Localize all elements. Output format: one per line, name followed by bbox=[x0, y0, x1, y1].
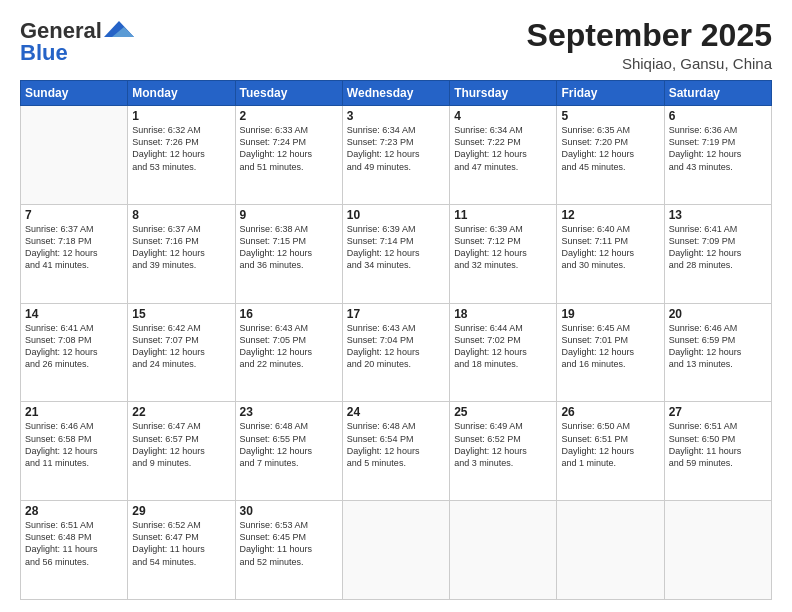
cell-info: Sunrise: 6:51 AM Sunset: 6:50 PM Dayligh… bbox=[669, 420, 767, 469]
day-number: 10 bbox=[347, 208, 445, 222]
cell-info: Sunrise: 6:34 AM Sunset: 7:23 PM Dayligh… bbox=[347, 124, 445, 173]
day-number: 24 bbox=[347, 405, 445, 419]
cell-info: Sunrise: 6:43 AM Sunset: 7:05 PM Dayligh… bbox=[240, 322, 338, 371]
table-row: 13Sunrise: 6:41 AM Sunset: 7:09 PM Dayli… bbox=[664, 204, 771, 303]
table-row: 19Sunrise: 6:45 AM Sunset: 7:01 PM Dayli… bbox=[557, 303, 664, 402]
cell-info: Sunrise: 6:42 AM Sunset: 7:07 PM Dayligh… bbox=[132, 322, 230, 371]
cell-info: Sunrise: 6:34 AM Sunset: 7:22 PM Dayligh… bbox=[454, 124, 552, 173]
day-number: 15 bbox=[132, 307, 230, 321]
cell-info: Sunrise: 6:35 AM Sunset: 7:20 PM Dayligh… bbox=[561, 124, 659, 173]
cell-info: Sunrise: 6:46 AM Sunset: 6:58 PM Dayligh… bbox=[25, 420, 123, 469]
day-number: 29 bbox=[132, 504, 230, 518]
day-number: 7 bbox=[25, 208, 123, 222]
table-row: 4Sunrise: 6:34 AM Sunset: 7:22 PM Daylig… bbox=[450, 106, 557, 205]
cell-info: Sunrise: 6:41 AM Sunset: 7:08 PM Dayligh… bbox=[25, 322, 123, 371]
logo-icon bbox=[104, 19, 134, 39]
cell-info: Sunrise: 6:32 AM Sunset: 7:26 PM Dayligh… bbox=[132, 124, 230, 173]
day-number: 30 bbox=[240, 504, 338, 518]
table-row: 21Sunrise: 6:46 AM Sunset: 6:58 PM Dayli… bbox=[21, 402, 128, 501]
cell-info: Sunrise: 6:41 AM Sunset: 7:09 PM Dayligh… bbox=[669, 223, 767, 272]
cell-info: Sunrise: 6:44 AM Sunset: 7:02 PM Dayligh… bbox=[454, 322, 552, 371]
table-row: 11Sunrise: 6:39 AM Sunset: 7:12 PM Dayli… bbox=[450, 204, 557, 303]
calendar-week-row: 21Sunrise: 6:46 AM Sunset: 6:58 PM Dayli… bbox=[21, 402, 772, 501]
table-row: 5Sunrise: 6:35 AM Sunset: 7:20 PM Daylig… bbox=[557, 106, 664, 205]
table-row: 8Sunrise: 6:37 AM Sunset: 7:16 PM Daylig… bbox=[128, 204, 235, 303]
day-number: 13 bbox=[669, 208, 767, 222]
cell-info: Sunrise: 6:38 AM Sunset: 7:15 PM Dayligh… bbox=[240, 223, 338, 272]
day-number: 5 bbox=[561, 109, 659, 123]
month-title: September 2025 bbox=[527, 18, 772, 53]
table-row: 23Sunrise: 6:48 AM Sunset: 6:55 PM Dayli… bbox=[235, 402, 342, 501]
table-row: 9Sunrise: 6:38 AM Sunset: 7:15 PM Daylig… bbox=[235, 204, 342, 303]
table-row: 28Sunrise: 6:51 AM Sunset: 6:48 PM Dayli… bbox=[21, 501, 128, 600]
day-number: 4 bbox=[454, 109, 552, 123]
table-row: 29Sunrise: 6:52 AM Sunset: 6:47 PM Dayli… bbox=[128, 501, 235, 600]
col-thursday: Thursday bbox=[450, 81, 557, 106]
table-row: 14Sunrise: 6:41 AM Sunset: 7:08 PM Dayli… bbox=[21, 303, 128, 402]
day-number: 9 bbox=[240, 208, 338, 222]
calendar-week-row: 1Sunrise: 6:32 AM Sunset: 7:26 PM Daylig… bbox=[21, 106, 772, 205]
header: General Blue September 2025 Shiqiao, Gan… bbox=[20, 18, 772, 72]
table-row: 20Sunrise: 6:46 AM Sunset: 6:59 PM Dayli… bbox=[664, 303, 771, 402]
col-saturday: Saturday bbox=[664, 81, 771, 106]
day-number: 11 bbox=[454, 208, 552, 222]
day-number: 20 bbox=[669, 307, 767, 321]
col-sunday: Sunday bbox=[21, 81, 128, 106]
day-number: 2 bbox=[240, 109, 338, 123]
cell-info: Sunrise: 6:48 AM Sunset: 6:54 PM Dayligh… bbox=[347, 420, 445, 469]
cell-info: Sunrise: 6:39 AM Sunset: 7:12 PM Dayligh… bbox=[454, 223, 552, 272]
table-row bbox=[342, 501, 449, 600]
day-number: 16 bbox=[240, 307, 338, 321]
table-row bbox=[450, 501, 557, 600]
cell-info: Sunrise: 6:37 AM Sunset: 7:18 PM Dayligh… bbox=[25, 223, 123, 272]
day-number: 18 bbox=[454, 307, 552, 321]
table-row: 12Sunrise: 6:40 AM Sunset: 7:11 PM Dayli… bbox=[557, 204, 664, 303]
cell-info: Sunrise: 6:51 AM Sunset: 6:48 PM Dayligh… bbox=[25, 519, 123, 568]
table-row: 30Sunrise: 6:53 AM Sunset: 6:45 PM Dayli… bbox=[235, 501, 342, 600]
cell-info: Sunrise: 6:43 AM Sunset: 7:04 PM Dayligh… bbox=[347, 322, 445, 371]
day-number: 21 bbox=[25, 405, 123, 419]
logo: General Blue bbox=[20, 18, 134, 66]
table-row: 26Sunrise: 6:50 AM Sunset: 6:51 PM Dayli… bbox=[557, 402, 664, 501]
table-row: 10Sunrise: 6:39 AM Sunset: 7:14 PM Dayli… bbox=[342, 204, 449, 303]
table-row: 18Sunrise: 6:44 AM Sunset: 7:02 PM Dayli… bbox=[450, 303, 557, 402]
table-row: 3Sunrise: 6:34 AM Sunset: 7:23 PM Daylig… bbox=[342, 106, 449, 205]
cell-info: Sunrise: 6:39 AM Sunset: 7:14 PM Dayligh… bbox=[347, 223, 445, 272]
day-number: 6 bbox=[669, 109, 767, 123]
table-row: 6Sunrise: 6:36 AM Sunset: 7:19 PM Daylig… bbox=[664, 106, 771, 205]
cell-info: Sunrise: 6:53 AM Sunset: 6:45 PM Dayligh… bbox=[240, 519, 338, 568]
table-row: 22Sunrise: 6:47 AM Sunset: 6:57 PM Dayli… bbox=[128, 402, 235, 501]
cell-info: Sunrise: 6:47 AM Sunset: 6:57 PM Dayligh… bbox=[132, 420, 230, 469]
col-monday: Monday bbox=[128, 81, 235, 106]
calendar-table: Sunday Monday Tuesday Wednesday Thursday… bbox=[20, 80, 772, 600]
day-number: 28 bbox=[25, 504, 123, 518]
table-row bbox=[557, 501, 664, 600]
col-wednesday: Wednesday bbox=[342, 81, 449, 106]
table-row: 15Sunrise: 6:42 AM Sunset: 7:07 PM Dayli… bbox=[128, 303, 235, 402]
cell-info: Sunrise: 6:36 AM Sunset: 7:19 PM Dayligh… bbox=[669, 124, 767, 173]
calendar-week-row: 7Sunrise: 6:37 AM Sunset: 7:18 PM Daylig… bbox=[21, 204, 772, 303]
day-number: 22 bbox=[132, 405, 230, 419]
calendar-week-row: 28Sunrise: 6:51 AM Sunset: 6:48 PM Dayli… bbox=[21, 501, 772, 600]
cell-info: Sunrise: 6:45 AM Sunset: 7:01 PM Dayligh… bbox=[561, 322, 659, 371]
table-row: 2Sunrise: 6:33 AM Sunset: 7:24 PM Daylig… bbox=[235, 106, 342, 205]
cell-info: Sunrise: 6:48 AM Sunset: 6:55 PM Dayligh… bbox=[240, 420, 338, 469]
location: Shiqiao, Gansu, China bbox=[527, 55, 772, 72]
day-number: 14 bbox=[25, 307, 123, 321]
calendar-header-row: Sunday Monday Tuesday Wednesday Thursday… bbox=[21, 81, 772, 106]
day-number: 3 bbox=[347, 109, 445, 123]
day-number: 17 bbox=[347, 307, 445, 321]
cell-info: Sunrise: 6:46 AM Sunset: 6:59 PM Dayligh… bbox=[669, 322, 767, 371]
page: General Blue September 2025 Shiqiao, Gan… bbox=[0, 0, 792, 612]
logo-blue: Blue bbox=[20, 40, 68, 66]
day-number: 19 bbox=[561, 307, 659, 321]
day-number: 23 bbox=[240, 405, 338, 419]
col-friday: Friday bbox=[557, 81, 664, 106]
day-number: 8 bbox=[132, 208, 230, 222]
table-row: 27Sunrise: 6:51 AM Sunset: 6:50 PM Dayli… bbox=[664, 402, 771, 501]
table-row: 24Sunrise: 6:48 AM Sunset: 6:54 PM Dayli… bbox=[342, 402, 449, 501]
table-row bbox=[664, 501, 771, 600]
cell-info: Sunrise: 6:49 AM Sunset: 6:52 PM Dayligh… bbox=[454, 420, 552, 469]
day-number: 12 bbox=[561, 208, 659, 222]
table-row: 25Sunrise: 6:49 AM Sunset: 6:52 PM Dayli… bbox=[450, 402, 557, 501]
